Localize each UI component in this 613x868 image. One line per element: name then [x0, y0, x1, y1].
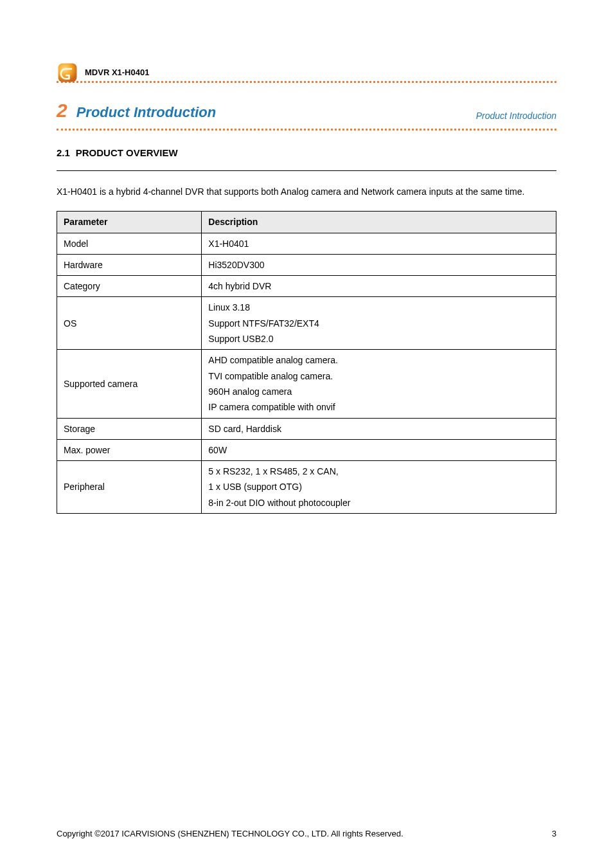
chapter-number: 2.1: [57, 147, 70, 158]
chapter-separator: [57, 170, 556, 171]
table-cell-param: Supported camera: [57, 350, 202, 418]
table-header-desc: Description: [202, 212, 556, 233]
table-cell-desc: X1-H0401: [202, 233, 556, 254]
table-cell-desc: AHD compatible analog camera.TVI compati…: [202, 350, 556, 418]
footer-page-number: 3: [552, 829, 556, 838]
table-cell-desc: Hi3520DV300: [202, 254, 556, 275]
table-row: ModelX1-H0401: [57, 233, 556, 254]
table-cell-param: Storage: [57, 418, 202, 439]
table-row: HardwareHi3520DV300: [57, 254, 556, 275]
chapter-title: PRODUCT OVERVIEW: [76, 147, 178, 158]
footer-copyright: Copyright ©2017 ICARVISIONS (SHENZHEN) T…: [57, 829, 404, 838]
table-row: Supported cameraAHD compatible analog ca…: [57, 350, 556, 418]
table-cell-param: Category: [57, 276, 202, 297]
table-cell-param: OS: [57, 297, 202, 350]
table-cell-desc: 60W: [202, 439, 556, 460]
section-divider: [57, 129, 556, 131]
section-caption: Product Introduction: [476, 111, 556, 125]
product-title: MDVR X1-H0401: [85, 68, 556, 80]
header-divider: [57, 81, 556, 83]
table-row: StorageSD card, Harddisk: [57, 418, 556, 439]
table-cell-desc: Linux 3.18Support NTFS/FAT32/EXT4Support…: [202, 297, 556, 350]
brand-logo-icon: [57, 62, 78, 84]
spec-table: Parameter Description ModelX1-H0401Hardw…: [57, 211, 556, 514]
table-header-param: Parameter: [57, 212, 202, 233]
table-cell-param: Max. power: [57, 439, 202, 460]
section-heading: Product Introduction: [76, 104, 476, 125]
table-row: Max. power60W: [57, 439, 556, 460]
table-cell-param: Hardware: [57, 254, 202, 275]
table-cell-desc: 5 x RS232, 1 x RS485, 2 x CAN,1 x USB (s…: [202, 461, 556, 514]
table-cell-desc: SD card, Harddisk: [202, 418, 556, 439]
table-cell-param: Peripheral: [57, 461, 202, 514]
intro-paragraph: X1-H0401 is a hybrid 4-channel DVR that …: [57, 185, 556, 198]
table-row: Category4ch hybrid DVR: [57, 276, 556, 297]
table-cell-desc: 4ch hybrid DVR: [202, 276, 556, 297]
section-number: 2: [57, 101, 67, 120]
table-cell-param: Model: [57, 233, 202, 254]
table-row: Peripheral5 x RS232, 1 x RS485, 2 x CAN,…: [57, 461, 556, 514]
table-row: OSLinux 3.18Support NTFS/FAT32/EXT4Suppo…: [57, 297, 556, 350]
